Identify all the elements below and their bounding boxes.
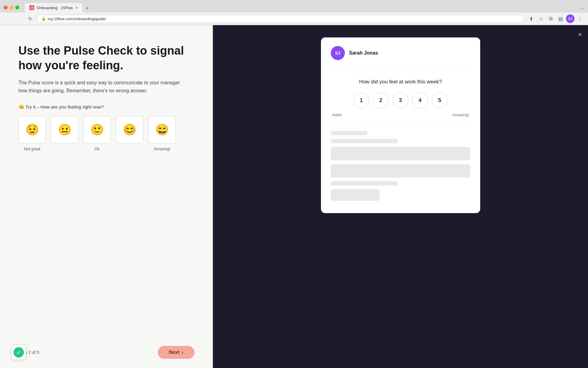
page-layout: Use the Pulse Check to signal how you're… bbox=[0, 25, 588, 368]
browser-toolbar: ← → ↻ 🔒 my.15five.com/onboarding/guide/ … bbox=[0, 13, 588, 25]
rating-btn-4[interactable]: 4 bbox=[412, 92, 428, 108]
close-modal-button[interactable]: × bbox=[578, 31, 582, 38]
rating-btn-1[interactable]: 1 bbox=[353, 92, 369, 108]
menu-icon[interactable]: ⋮ bbox=[576, 14, 584, 23]
rating-low-label: Awful bbox=[332, 113, 342, 117]
toolbar-actions: ⬆ ☆ ⧉ ▤ SJ ⋮ bbox=[527, 14, 584, 23]
checkmark-badge: ✓ bbox=[11, 345, 26, 360]
skeleton-line-2 bbox=[331, 139, 398, 143]
next-button[interactable]: Next › bbox=[158, 346, 194, 359]
card-header: SJ Sarah Jonas bbox=[331, 46, 470, 67]
try-it-label: 👊 Try it – How are you feeling right now… bbox=[18, 104, 194, 110]
emoji-card-1[interactable]: 😟 Not great bbox=[18, 116, 46, 151]
emoji-box-4[interactable]: 😊 bbox=[116, 116, 143, 144]
close-window-btn[interactable] bbox=[4, 6, 8, 10]
skeleton-line-3 bbox=[331, 147, 470, 160]
rating-btn-5[interactable]: 5 bbox=[432, 92, 448, 108]
user-avatar: SJ bbox=[331, 46, 345, 60]
pulse-card: SJ Sarah Jonas How did you feel at work … bbox=[321, 37, 480, 213]
skeleton-line-6 bbox=[331, 189, 380, 201]
emoji-label-1: Not great bbox=[24, 147, 40, 151]
reload-button[interactable]: ↻ bbox=[26, 14, 34, 23]
address-bar[interactable]: 🔒 my.15five.com/onboarding/guide/ bbox=[37, 15, 524, 23]
rating-high-label: Amazing! bbox=[452, 113, 469, 117]
tab-expand-icon[interactable]: ⌄ bbox=[581, 5, 584, 10]
emoji-card-4[interactable]: 😊 bbox=[116, 116, 143, 151]
emoji-card-2[interactable]: 😐 bbox=[51, 116, 78, 151]
sidebar-icon[interactable]: ▤ bbox=[556, 14, 565, 23]
left-footer: Step 2 of 5 Next › bbox=[18, 346, 194, 359]
maximize-window-btn[interactable] bbox=[15, 6, 19, 10]
emoji-label-5: Amazing! bbox=[154, 147, 170, 151]
favicon-icon: 15 bbox=[29, 5, 34, 10]
emoji-box-1[interactable]: 😟 bbox=[18, 116, 46, 144]
profile-avatar-button[interactable]: SJ bbox=[566, 14, 575, 23]
emoji-box-3[interactable]: 🙂 bbox=[83, 116, 111, 144]
left-panel: Use the Pulse Check to signal how you're… bbox=[0, 25, 213, 368]
active-tab[interactable]: 15 Onboarding · 15Five × bbox=[24, 2, 83, 13]
skeleton-line-1 bbox=[331, 131, 368, 135]
close-tab-btn[interactable]: × bbox=[75, 5, 78, 10]
emoji-card-5[interactable]: 😄 Amazing! bbox=[148, 116, 176, 151]
tab-bar: 15 Onboarding · 15Five × + bbox=[24, 2, 578, 13]
pulse-question-section: How did you feel at work this week? 1 2 … bbox=[331, 73, 470, 124]
card-container: SJ Sarah Jonas How did you feel at work … bbox=[321, 37, 480, 213]
rating-btn-2[interactable]: 2 bbox=[373, 92, 389, 108]
browser-chrome: 15 Onboarding · 15Five × + ⌄ ← → ↻ 🔒 my.… bbox=[0, 0, 588, 25]
left-content: Use the Pulse Check to signal how you're… bbox=[18, 44, 194, 346]
forward-button[interactable]: → bbox=[15, 14, 23, 23]
url-text: my.15five.com/onboarding/guide/ bbox=[48, 17, 106, 21]
page-title: Use the Pulse Check to signal how you're… bbox=[18, 44, 194, 73]
emoji-card-3[interactable]: 🙂 Ok bbox=[83, 116, 111, 151]
browser-titlebar: 15 Onboarding · 15Five × + ⌄ bbox=[0, 0, 588, 13]
minimize-window-btn[interactable] bbox=[9, 6, 13, 10]
emoji-grid: 😟 Not great 😐 🙂 Ok 😊 😄 Amazing! bbox=[18, 116, 194, 151]
skeleton-section bbox=[331, 124, 470, 201]
back-button[interactable]: ← bbox=[4, 14, 12, 23]
traffic-lights bbox=[4, 6, 19, 10]
emoji-label-3: Ok bbox=[95, 147, 100, 151]
share-icon[interactable]: ⬆ bbox=[527, 14, 535, 23]
new-tab-button[interactable]: + bbox=[83, 4, 92, 13]
extensions-icon[interactable]: ⧉ bbox=[546, 14, 555, 23]
right-panel: × SJ Sarah Jonas How did you feel at wor… bbox=[213, 25, 588, 368]
user-name: Sarah Jonas bbox=[349, 50, 378, 56]
check-circle-icon: ✓ bbox=[13, 347, 24, 358]
rating-row: 1 2 3 4 5 bbox=[331, 92, 470, 108]
emoji-box-2[interactable]: 😐 bbox=[51, 116, 78, 144]
question-text: How did you feel at work this week? bbox=[331, 79, 470, 85]
emoji-box-5[interactable]: 😄 bbox=[148, 116, 176, 144]
rating-btn-3[interactable]: 3 bbox=[393, 92, 409, 108]
tab-label: Onboarding · 15Five bbox=[37, 6, 73, 10]
skeleton-line-5 bbox=[331, 181, 398, 186]
description-text: The Pulse score is a quick and easy way … bbox=[18, 79, 190, 94]
lock-icon: 🔒 bbox=[41, 17, 46, 21]
bookmark-icon[interactable]: ☆ bbox=[537, 14, 545, 23]
rating-labels: Awful Amazing! bbox=[331, 113, 470, 117]
skeleton-line-4 bbox=[331, 164, 470, 178]
next-arrow-icon: › bbox=[182, 350, 183, 355]
